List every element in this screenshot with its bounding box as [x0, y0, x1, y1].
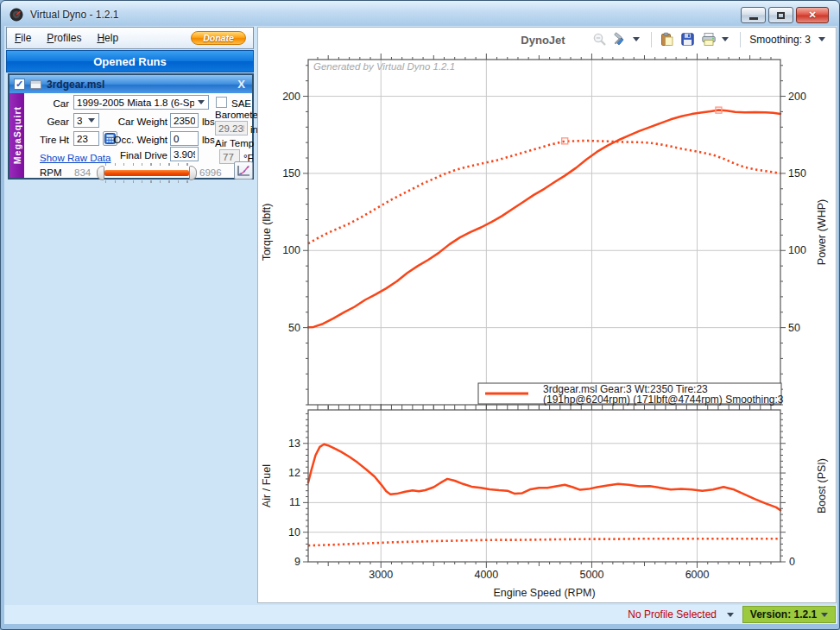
zoom-out-button[interactable] [591, 31, 608, 47]
afr-plot: 91011121303000400050006000Air / FuelBoos… [261, 404, 828, 599]
clipboard-icon [660, 32, 674, 47]
run-form: Car 1999-2005 Miata 1.8 (6-Spe SAE Gear … [24, 93, 252, 178]
toolbar-separator [651, 32, 652, 47]
tools-icon [613, 32, 628, 47]
minimize-icon [749, 17, 758, 20]
run-filename: 3rdgear.msl [47, 79, 104, 91]
y-tick-label: 200 [282, 91, 300, 103]
occ-weight-input[interactable] [170, 131, 199, 146]
magnifier-minus-icon [592, 32, 607, 47]
window-title: Virtual Dyno - 1.2.1 [30, 9, 119, 21]
chevron-down-icon [198, 100, 205, 104]
printer-icon [701, 32, 717, 47]
maximize-icon [777, 12, 785, 19]
minimize-button[interactable] [741, 7, 766, 23]
run-chart-button[interactable] [234, 161, 253, 180]
chart-watermark: Generated by Virtual Dyno 1.2.1 [313, 61, 455, 72]
menu-file[interactable]: File [7, 28, 39, 48]
chevron-down-icon [88, 118, 95, 123]
y-tick-label: 100 [282, 244, 300, 256]
slider-fill [104, 170, 189, 176]
x-tick-label: 5000 [580, 569, 604, 581]
save-button[interactable] [679, 31, 696, 47]
show-raw-data-link[interactable]: Show Raw Data [40, 153, 111, 163]
slider-handle-min[interactable] [97, 166, 104, 180]
chevron-down-icon [722, 37, 729, 41]
run-source-tag: MegaSquirt [12, 106, 22, 164]
x-tick-label: 4000 [474, 569, 498, 581]
main-plot: 5050100100150150200200Torque (lbft)Power… [261, 54, 828, 411]
menu-help[interactable]: Help [89, 28, 126, 48]
rpm-range-slider[interactable] [97, 166, 197, 180]
run-close-button[interactable]: X [237, 78, 245, 91]
toolbar-separator [740, 32, 741, 47]
y-tick-label: 150 [282, 167, 300, 180]
occ-weight-unit: lbs [202, 135, 215, 145]
y-tick-label: 11 [289, 496, 300, 508]
y-tick-label: 13 [288, 438, 300, 450]
tools-menu-button[interactable] [612, 31, 644, 47]
final-drive-input[interactable] [170, 147, 199, 161]
slider-ticks-bottom [105, 180, 188, 183]
save-disk-icon [680, 32, 695, 47]
final-drive-label: Final Drive [111, 150, 167, 161]
paste-button[interactable] [659, 31, 675, 47]
opened-runs-header: Opened Runs [6, 50, 254, 72]
chevron-down-icon [633, 37, 640, 41]
megasquirt-strip: MegaSquirt [9, 93, 24, 178]
sae-label: SAE [231, 98, 251, 109]
x-tick-label: 6000 [685, 569, 710, 581]
dyno-chart-svg: 5050100100150150200200Torque (lbft)Power… [258, 52, 836, 603]
y-axis-label-left: Air / Fuel [261, 464, 273, 507]
chart-toolbar: DynoJet [258, 28, 836, 51]
chart-panel: DynoJet [257, 27, 837, 603]
run-file-icon [30, 80, 41, 89]
profile-status[interactable]: No Profile Selected [628, 608, 717, 621]
gear-select[interactable]: 3 [73, 113, 99, 128]
mini-chart-icon [237, 165, 250, 177]
window-content: File Profiles Help Donate Opened Runs ✓ … [4, 26, 837, 624]
car-select[interactable]: 1999-2005 Miata 1.8 (6-Spe [73, 95, 209, 110]
slider-handle-max[interactable] [189, 166, 197, 180]
maximize-button[interactable] [768, 7, 793, 23]
legend-line-2: (191hp@6204rpm) (171lbft@4744rpm) Smooth… [543, 394, 784, 406]
car-weight-unit: lbs [202, 117, 215, 127]
close-icon: ✕ [808, 9, 816, 21]
tire-ht-label: Tire Ht [33, 135, 69, 145]
app-window: Virtual Dyno - 1.2.1 ✕ File Profiles Hel… [0, 0, 840, 630]
x-axis-label: Engine Speed (RPM) [493, 587, 595, 599]
rpm-max-value: 6996 [199, 167, 222, 178]
menu-profiles[interactable]: Profiles [39, 28, 89, 48]
occ-weight-label: Occ. Weight [111, 135, 167, 145]
car-weight-input[interactable] [170, 113, 199, 128]
run-card-header[interactable]: ✓ 3rdgear.msl X [9, 75, 252, 93]
menubar: File Profiles Help Donate [6, 27, 254, 49]
y-tick-label: 10 [288, 526, 300, 539]
boost-zero-label: 0 [789, 556, 795, 568]
sae-checkbox[interactable] [216, 97, 227, 108]
version-selector[interactable]: Version: 1.2.1 [742, 606, 836, 623]
chevron-down-icon [818, 37, 825, 41]
chart-title: DynoJet [478, 34, 608, 47]
car-label: Car [33, 98, 69, 109]
y-tick-label: 9 [294, 556, 300, 568]
air-temp-label: Air Temp [215, 138, 254, 148]
barometer-label: Barometer [215, 110, 262, 120]
titlebar[interactable]: Virtual Dyno - 1.2.1 ✕ [4, 3, 837, 26]
chevron-down-icon[interactable] [727, 613, 734, 617]
tire-ht-input[interactable] [73, 131, 99, 146]
app-icon [9, 8, 23, 22]
y-axis-label-right: Power (WHP) [816, 199, 828, 265]
smoothing-selector[interactable]: Smoothing: 3 [748, 34, 831, 46]
y-tick-label: 50 [288, 322, 300, 334]
run-enabled-checkbox[interactable]: ✓ [14, 79, 25, 90]
close-button[interactable]: ✕ [796, 7, 829, 23]
rpm-label: RPM [40, 167, 62, 178]
y-tick-label: 12 [288, 467, 300, 479]
barometer-input [215, 121, 248, 135]
chevron-down-icon [821, 613, 828, 617]
donate-button[interactable]: Donate [191, 31, 246, 45]
y-axis-label-left: Torque (lbft) [261, 204, 273, 261]
print-button[interactable] [700, 31, 733, 47]
x-tick-label: 3000 [369, 569, 393, 581]
